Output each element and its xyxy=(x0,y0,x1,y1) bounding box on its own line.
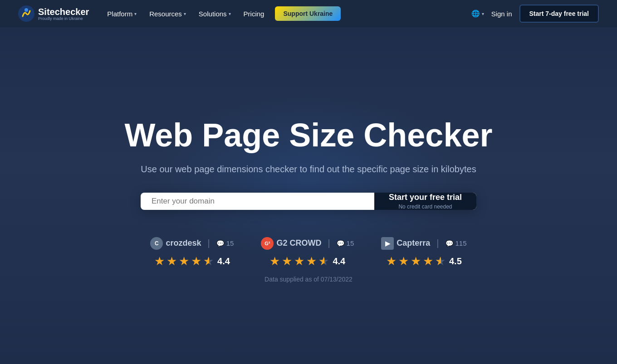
cta-sub-text: No credit card needed xyxy=(398,204,452,210)
star-3: ★ xyxy=(423,254,433,268)
crozdesk-icon: C xyxy=(150,237,163,250)
star-4: ★★ xyxy=(318,254,329,268)
ratings-row: Ccrozdesk|💬15★★★★★★4.4G²G2 CROWD|💬15★★★★… xyxy=(150,237,466,268)
g2crowd-comments: 💬15 xyxy=(337,239,354,247)
logo-name: Sitechecker xyxy=(38,7,89,17)
star-3: ★ xyxy=(191,254,201,268)
crozdesk-label: crozdesk xyxy=(166,238,201,248)
domain-search-bar: Start your free trial No credit card nee… xyxy=(141,193,476,210)
rating-item-crozdesk: Ccrozdesk|💬15★★★★★★4.4 xyxy=(150,237,234,268)
sitechecker-logo-icon xyxy=(18,5,34,22)
rating-platform-g2crowd: G²G2 CROWD|💬15 xyxy=(261,237,354,250)
crozdesk-stars: ★★★★★★4.4 xyxy=(154,254,230,268)
star-0: ★ xyxy=(386,254,397,268)
comment-icon: 💬 xyxy=(216,240,224,247)
capterra-comments: 💬115 xyxy=(446,239,467,247)
star-0: ★ xyxy=(269,254,280,268)
star-4: ★★ xyxy=(203,254,214,268)
star-2: ★ xyxy=(294,254,304,268)
data-supplied-text: Data supplied as of 07/13/2022 xyxy=(264,276,353,283)
crozdesk-comment-count: 15 xyxy=(226,239,234,247)
nav-right: 🌐 ▾ Sign in Start 7-day free trial xyxy=(471,5,599,23)
capterra-comment-count: 115 xyxy=(455,239,467,247)
logo-tagline: Proudly made in Ukraine xyxy=(38,17,89,21)
rating-platform-capterra: ▶Capterra|💬115 xyxy=(381,237,466,250)
signin-link[interactable]: Sign in xyxy=(491,10,512,18)
logo-link[interactable]: Sitechecker Proudly made in Ukraine xyxy=(18,5,89,22)
logo-text: Sitechecker Proudly made in Ukraine xyxy=(38,7,89,21)
star-2: ★ xyxy=(411,254,421,268)
g2crowd-label: G2 CROWD xyxy=(276,238,321,248)
rating-item-capterra: ▶Capterra|💬115★★★★★★4.5 xyxy=(381,237,466,268)
solutions-chevron-icon: ▾ xyxy=(229,11,231,16)
support-ukraine-button[interactable]: Support Ukraine xyxy=(275,6,341,21)
capterra-score: 4.5 xyxy=(449,256,462,267)
star-2: ★ xyxy=(179,254,189,268)
nav-pricing[interactable]: Pricing xyxy=(238,6,270,21)
star-1: ★ xyxy=(166,254,177,268)
star-1: ★ xyxy=(398,254,409,268)
star-1: ★ xyxy=(282,254,292,268)
svg-point-1 xyxy=(24,8,28,12)
nav-links: Platform ▾ Resources ▾ Solutions ▾ Prici… xyxy=(102,6,467,21)
nav-solutions[interactable]: Solutions ▾ xyxy=(193,6,236,21)
star-0: ★ xyxy=(154,254,165,268)
domain-input[interactable] xyxy=(141,193,374,210)
start-free-trial-button[interactable]: Start your free trial No credit card nee… xyxy=(374,193,476,210)
crozdesk-comments: 💬15 xyxy=(216,239,234,247)
cta-main-text: Start your free trial xyxy=(389,193,462,203)
g2crowd-stars: ★★★★★★4.4 xyxy=(269,254,345,268)
comment-icon: 💬 xyxy=(337,240,344,247)
hero-title: Web Page Size Checker xyxy=(124,117,492,153)
capterra-label: Capterra xyxy=(397,238,430,248)
globe-icon: 🌐 xyxy=(471,10,480,18)
g2crowd-comment-count: 15 xyxy=(347,239,354,247)
rating-divider: | xyxy=(436,238,439,248)
g2crowd-score: 4.4 xyxy=(333,256,345,267)
platform-chevron-icon: ▾ xyxy=(134,11,137,16)
nav-platform[interactable]: Platform ▾ xyxy=(102,6,142,21)
rating-platform-crozdesk: Ccrozdesk|💬15 xyxy=(150,237,234,250)
capterra-icon: ▶ xyxy=(381,237,394,250)
start-trial-button[interactable]: Start 7-day free trial xyxy=(519,5,599,23)
star-3: ★ xyxy=(306,254,317,268)
comment-icon: 💬 xyxy=(446,240,453,247)
rating-item-g2crowd: G²G2 CROWD|💬15★★★★★★4.4 xyxy=(261,237,354,268)
globe-language-selector[interactable]: 🌐 ▾ xyxy=(471,10,484,18)
resources-chevron-icon: ▾ xyxy=(184,11,186,16)
navbar: Sitechecker Proudly made in Ukraine Plat… xyxy=(0,0,617,27)
g2crowd-icon: G² xyxy=(261,237,274,250)
nav-resources[interactable]: Resources ▾ xyxy=(144,6,191,21)
rating-divider: | xyxy=(208,238,210,248)
star-4: ★★ xyxy=(435,254,446,268)
globe-chevron-icon: ▾ xyxy=(482,11,484,16)
capterra-stars: ★★★★★★4.5 xyxy=(386,254,462,268)
hero-section: Web Page Size Checker Use our web page d… xyxy=(0,27,617,364)
rating-divider: | xyxy=(328,238,330,248)
crozdesk-score: 4.4 xyxy=(217,256,230,267)
hero-subtitle: Use our web page dimensions checker to f… xyxy=(141,164,476,175)
